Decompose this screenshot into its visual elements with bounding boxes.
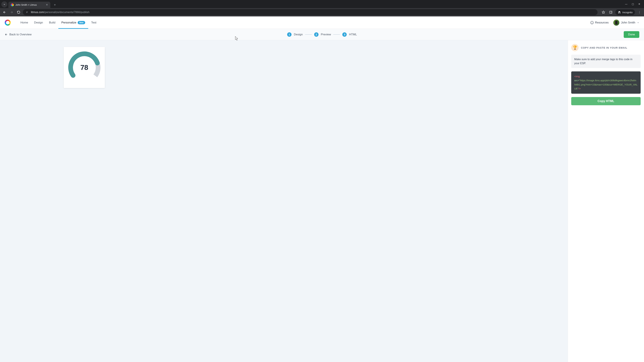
nav-label: Personalize [62,21,76,24]
back-to-overview[interactable]: Back to Overview [5,33,32,36]
copy-label: Copy HTML [598,99,614,103]
incognito-chip[interactable]: Incognito [615,9,635,15]
code-attr: src [574,79,578,82]
stepper: 1 Design 2 Preview 3 HTML [287,32,357,37]
back-button[interactable] [2,9,8,15]
maximize-icon[interactable]: ▢ [632,3,634,5]
nav-badge-new: New [78,21,85,24]
user-name: John Smith [621,21,635,24]
bookmark-icon[interactable] [600,9,606,15]
user-avatar [613,19,619,26]
browser-toolbar: litmus.com/personalize/documents/7866/pu… [0,8,644,16]
app-header: Home Design Build Personalize New Test R… [0,16,644,29]
chevron-down-icon [637,21,639,24]
main-nav: Home Design Build Personalize New Test [18,16,100,29]
done-label: Done [628,33,635,36]
address-bar[interactable]: litmus.com/personalize/documents/7866/pu… [23,9,598,15]
resources-label: Resources [595,21,608,24]
step-3-num[interactable]: 3 [342,32,347,37]
gauge-value: 78 [67,50,102,85]
nav-label: Build [49,21,55,24]
browser-tab[interactable]: John Smith > Litmus ✕ [8,2,50,8]
preview-canvas: 78 [0,40,568,362]
nav-personalize[interactable]: Personalize New [58,16,88,29]
tab-title: John Smith > Litmus [16,3,44,6]
svg-rect-0 [610,11,612,13]
close-window-icon[interactable]: ✕ [638,3,640,5]
code-string: "https://image.ltms.app/pb/n3i9b8kgawc4b… [574,79,638,90]
nav-label: Design [34,21,43,24]
nav-test[interactable]: Test [88,16,100,29]
side-panel-title: COPY AND PASTE IN YOUR EMAIL [581,46,628,49]
side-panel-icon[interactable] [608,9,614,15]
nav-label: Test [91,21,96,24]
step-2-label[interactable]: Preview [321,33,331,36]
app: Home Design Build Personalize New Test R… [0,16,644,362]
tab-strip: John Smith > Litmus ✕ + ― ▢ ✕ [0,0,644,8]
step-3-label[interactable]: HTML [349,33,357,36]
tab-search-button[interactable] [1,1,8,7]
done-button[interactable]: Done [624,31,639,38]
step-1-num[interactable]: 1 [287,32,292,37]
code-tag-close: /> [578,87,581,90]
user-menu[interactable]: John Smith [613,19,639,26]
merge-tag-note: Make sure to add your merge tags to this… [571,55,641,68]
browser-menu-icon[interactable]: ⋮ [636,9,642,15]
trophy-icon: 🏆 [571,44,578,51]
nav-home[interactable]: Home [18,16,31,29]
url-host: litmus.com [31,11,44,13]
forward-button[interactable] [9,9,14,15]
copy-html-button[interactable]: Copy HTML [571,97,641,105]
content: 78 🏆 COPY AND PASTE IN YOUR EMAIL Make s… [0,40,644,362]
code-eq: = [578,79,579,82]
code-tag-open: <img [574,75,580,78]
progress-gauge: 78 [67,50,102,85]
step-separator [334,34,340,35]
new-tab-button[interactable]: + [52,2,57,7]
tab-close-icon[interactable]: ✕ [46,3,48,6]
step-1-label[interactable]: Design [294,33,303,36]
subheader: Back to Overview 1 Design 2 Preview 3 HT… [0,29,644,40]
nav-design[interactable]: Design [31,16,46,29]
resources-link[interactable]: Resources [590,21,608,24]
side-panel-header: 🏆 COPY AND PASTE IN YOUR EMAIL [571,44,641,51]
window-controls: ― ▢ ✕ [625,0,644,8]
browser-chrome: John Smith > Litmus ✕ + ― ▢ ✕ litmus.com… [0,0,644,16]
preview-card: 78 [64,47,105,88]
url-path: /personalize/documents/7866/publish [44,11,90,13]
step-separator [305,34,312,35]
side-panel: 🏆 COPY AND PASTE IN YOUR EMAIL Make sure… [568,40,644,362]
reload-button[interactable] [16,9,22,15]
arrow-left-icon [5,33,8,36]
nav-build[interactable]: Build [46,16,58,29]
back-label: Back to Overview [10,33,32,36]
step-2-num[interactable]: 2 [314,32,318,37]
code-snippet[interactable]: <img src="https://image.ltms.app/pb/n3i9… [571,71,641,94]
minimize-icon[interactable]: ― [625,3,628,5]
nav-label: Home [20,21,28,24]
url-text: litmus.com/personalize/documents/7866/pu… [31,11,90,14]
app-logo[interactable] [5,19,11,26]
tab-favicon [11,3,14,6]
incognito-label: Incognito [622,11,632,14]
site-info-icon[interactable] [25,10,29,14]
